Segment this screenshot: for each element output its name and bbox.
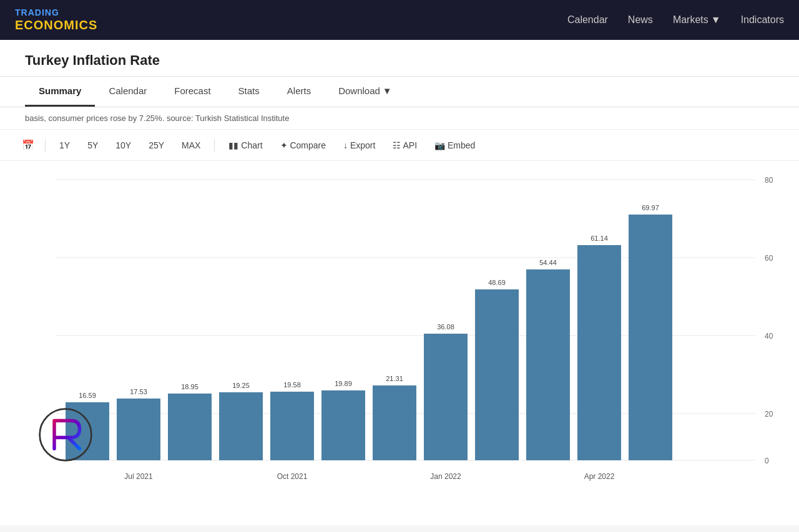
svg-text:21.31: 21.31 <box>386 375 403 382</box>
bar-6 <box>321 390 365 460</box>
nav-news[interactable]: News <box>628 14 653 26</box>
ctrl-compare[interactable]: ✦ Compare <box>274 137 332 153</box>
ctrl-api[interactable]: ☷ API <box>386 137 423 153</box>
page-title-bar: Turkey Inflation Rate <box>0 40 799 77</box>
bar-3 <box>168 394 212 460</box>
svg-text:0: 0 <box>765 457 769 465</box>
main-nav: Calendar News Markets ▼ Indicators <box>567 14 784 26</box>
svg-text:Apr 2022: Apr 2022 <box>584 472 615 481</box>
image-icon: 📷 <box>434 140 448 150</box>
page-title: Turkey Inflation Rate <box>25 52 774 69</box>
chart-svg-wrapper: 80 60 40 20 0 16.59 17.53 18.95 19.25 <box>19 173 793 488</box>
svg-text:54.44: 54.44 <box>539 259 557 266</box>
svg-text:18.95: 18.95 <box>181 383 199 390</box>
calendar-icon[interactable]: 📅 <box>19 136 37 154</box>
bar-9 <box>475 289 519 460</box>
nav-calendar[interactable]: Calendar <box>567 14 608 26</box>
tab-summary[interactable]: Summary <box>25 77 95 107</box>
svg-text:60: 60 <box>765 254 773 263</box>
period-1y[interactable]: 1Y <box>53 137 76 153</box>
compare-icon: ✦ <box>280 140 290 150</box>
bar-8 <box>424 334 468 460</box>
tabs-bar: Summary Calendar Forecast Stats Alerts D… <box>0 77 799 107</box>
logo-economics-text: ECONOMICS <box>15 18 97 32</box>
svg-text:40: 40 <box>765 332 773 341</box>
tab-download[interactable]: Download ▼ <box>325 77 406 107</box>
svg-text:48.69: 48.69 <box>488 279 506 286</box>
chevron-down-icon: ▼ <box>383 85 392 96</box>
bar-10 <box>526 269 570 460</box>
svg-text:Jan 2022: Jan 2022 <box>430 472 461 481</box>
download-icon: ↓ <box>343 140 350 150</box>
ctrl-chart[interactable]: ▮▮ Chart <box>222 137 268 153</box>
logo[interactable]: TRADING ECONOMICS <box>15 8 97 31</box>
bar-4 <box>219 392 263 460</box>
logo-trading-text: TRADING <box>15 8 97 17</box>
svg-text:19.58: 19.58 <box>283 381 301 389</box>
bar-2 <box>117 399 160 460</box>
divider <box>45 139 46 152</box>
chevron-down-icon: ▼ <box>711 14 721 26</box>
svg-text:36.08: 36.08 <box>437 323 454 331</box>
svg-text:80: 80 <box>765 176 773 185</box>
ctrl-embed[interactable]: 📷 Embed <box>428 137 481 153</box>
brand-logo-overlay <box>37 407 94 463</box>
svg-text:61.14: 61.14 <box>591 235 608 242</box>
bar-7 <box>373 385 416 460</box>
period-10y[interactable]: 10Y <box>109 137 137 153</box>
header: TRADING ECONOMICS Calendar News Markets … <box>0 0 799 40</box>
svg-text:Jul 2021: Jul 2021 <box>124 472 153 481</box>
tab-calendar[interactable]: Calendar <box>95 77 160 107</box>
tab-forecast[interactable]: Forecast <box>160 77 224 107</box>
nav-markets[interactable]: Markets ▼ <box>673 14 721 26</box>
chart-container: 80 60 40 20 0 16.59 17.53 18.95 19.25 <box>0 161 799 525</box>
period-25y[interactable]: 25Y <box>142 137 170 153</box>
bar-12 <box>629 215 672 460</box>
bar-chart-icon: ▮▮ <box>228 140 241 150</box>
svg-text:Oct 2021: Oct 2021 <box>277 472 308 481</box>
divider2 <box>214 139 215 152</box>
tab-alerts[interactable]: Alerts <box>273 77 325 107</box>
tab-stats[interactable]: Stats <box>225 77 273 107</box>
svg-text:20: 20 <box>765 410 773 418</box>
description-bar: basis, consumer prices rose by 7.25%. so… <box>0 107 799 130</box>
svg-text:69.97: 69.97 <box>642 204 659 211</box>
bar-5 <box>270 392 314 460</box>
bar-11 <box>577 245 621 460</box>
ctrl-export[interactable]: ↓ Export <box>337 137 381 153</box>
page-content: Turkey Inflation Rate Summary Calendar F… <box>0 40 799 525</box>
chart-controls: 📅 1Y 5Y 10Y 25Y MAX ▮▮ Chart ✦ Compare ↓… <box>0 130 799 161</box>
bar-chart: 80 60 40 20 0 16.59 17.53 18.95 19.25 <box>19 173 787 485</box>
svg-text:19.89: 19.89 <box>335 380 352 387</box>
nav-indicators[interactable]: Indicators <box>741 14 784 26</box>
grid-icon: ☷ <box>393 140 403 150</box>
period-5y[interactable]: 5Y <box>81 137 104 153</box>
period-max[interactable]: MAX <box>175 137 207 153</box>
svg-text:17.53: 17.53 <box>130 388 147 395</box>
svg-text:16.59: 16.59 <box>79 392 96 399</box>
svg-text:19.25: 19.25 <box>232 382 250 389</box>
description-text: basis, consumer prices rose by 7.25%. so… <box>25 114 289 123</box>
svg-point-27 <box>40 409 92 461</box>
